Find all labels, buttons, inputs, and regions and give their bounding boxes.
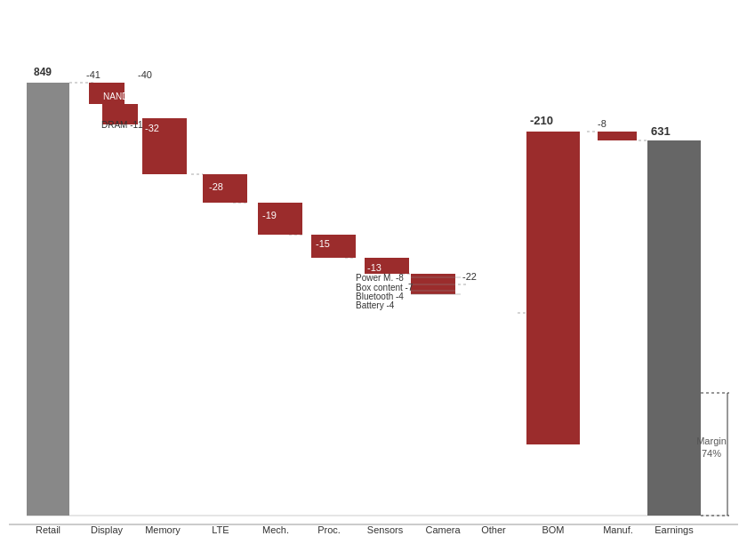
x-label-earnings: Earnings bbox=[655, 524, 694, 535]
manuf-label: -8 bbox=[598, 118, 606, 129]
mech-label: -28 bbox=[209, 181, 223, 192]
retail-label: 849 bbox=[34, 66, 52, 78]
proc-label: -19 bbox=[262, 210, 277, 220]
x-label-retail: Retail bbox=[36, 524, 60, 535]
box-bar bbox=[411, 281, 455, 287]
dram-label: DRAM -11 bbox=[101, 120, 143, 130]
x-label-other: Other bbox=[481, 524, 506, 535]
chart-area: 849 -41 -40 NAND -29 DRAM -11 -32 -28 -1… bbox=[0, 0, 747, 560]
battery-label: Battery -4 bbox=[356, 300, 395, 310]
display-label: -41 bbox=[86, 69, 100, 80]
power-label: Power M. -8 bbox=[356, 273, 404, 283]
camera-label: -13 bbox=[367, 262, 382, 273]
earnings-label: 631 bbox=[651, 124, 671, 138]
bom-bar bbox=[526, 132, 580, 444]
x-label-lte: LTE bbox=[212, 524, 229, 535]
nand-bar bbox=[102, 104, 138, 119]
other-label: -22 bbox=[462, 271, 477, 282]
x-label-manuf: Manuf. bbox=[603, 524, 633, 535]
sensors-label: -15 bbox=[316, 238, 330, 249]
x-label-sensors: Sensors bbox=[367, 524, 404, 535]
margin-pct: 74% bbox=[702, 448, 721, 459]
lte-label: -40 bbox=[138, 69, 152, 80]
x-label-bom: BOM bbox=[542, 524, 564, 535]
bluetooth-bar bbox=[411, 287, 455, 291]
retail-bar bbox=[27, 83, 69, 516]
margin-label: Margin bbox=[696, 436, 727, 446]
earnings-bar bbox=[647, 140, 701, 516]
bom-label: -210 bbox=[530, 114, 553, 127]
x-label-memory: Memory bbox=[145, 524, 181, 535]
x-label-mech: Mech. bbox=[262, 524, 289, 535]
x-label-camera: Camera bbox=[425, 524, 461, 535]
memory-bar-label: -32 bbox=[145, 123, 159, 133]
x-label-proc: Proc. bbox=[317, 524, 341, 535]
manuf-bar bbox=[598, 132, 637, 140]
nand-label: NAND -29 bbox=[103, 92, 144, 101]
battery-bar bbox=[411, 291, 455, 294]
x-label-display: Display bbox=[91, 524, 124, 535]
